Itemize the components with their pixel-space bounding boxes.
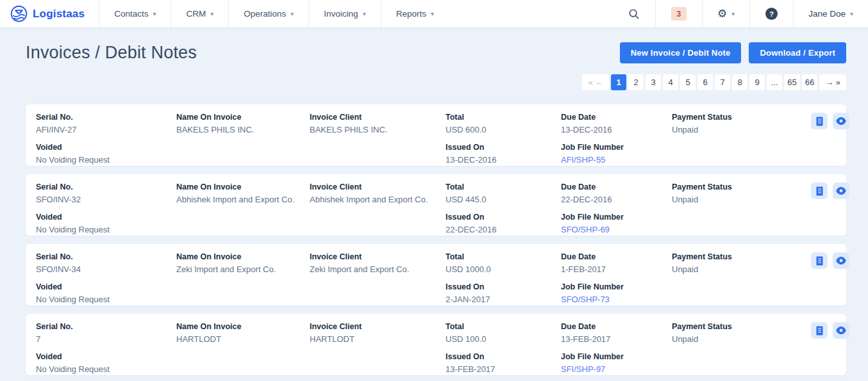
nav-item-crm[interactable]: CRM ▾	[171, 0, 228, 28]
pagination-page-8[interactable]: 8	[732, 74, 747, 90]
receipt-icon	[815, 186, 824, 196]
issued-on-value: 2-JAN-2017	[446, 295, 561, 305]
status-column: Payment Status Unpaid	[672, 182, 811, 236]
status-column: Payment Status Unpaid	[672, 113, 811, 166]
brand-name: Logistaas	[33, 8, 85, 20]
invoice-list: Serial No. AFI/INV-27 Voided No Voiding …	[26, 104, 846, 375]
pagination-page-9[interactable]: 9	[749, 74, 765, 90]
search-button[interactable]	[612, 0, 655, 28]
name-column: Name On Invoice BAKELS PHILS INC.	[176, 113, 310, 166]
card-actions	[811, 252, 849, 305]
issued-on-label: Issued On	[446, 143, 561, 152]
name-on-invoice-value: Zeki Import and Export Co.	[176, 264, 310, 275]
new-invoice-button[interactable]: New Invoice / Debit Note	[620, 42, 742, 63]
pagination-page-65[interactable]: 65	[784, 74, 799, 90]
job-file-link[interactable]: AFI/SHP-55	[561, 155, 672, 165]
total-label: Total	[446, 182, 561, 192]
issued-on-value: 13-DEC-2016	[446, 155, 561, 165]
chevron-down-icon: ▾	[431, 11, 434, 17]
issued-on-label: Issued On	[446, 282, 561, 292]
pagination-ellipsis[interactable]: ...	[767, 74, 782, 90]
job-file-link[interactable]: SFO/SHP-73	[561, 295, 672, 305]
invoice-card: Serial No. SFO/INV-32 Voided No Voiding …	[26, 174, 846, 236]
receipt-icon	[815, 256, 824, 266]
eye-icon	[836, 187, 846, 195]
serial-label: Serial No.	[36, 252, 176, 262]
user-name: Jane Doe	[808, 9, 846, 19]
serial-value: AFI/INV-27	[36, 125, 176, 135]
invoice-client-label: Invoice Client	[310, 113, 446, 122]
client-column: Invoice Client Zeki Import and Export Co…	[310, 252, 446, 305]
pagination-page-2[interactable]: 2	[628, 74, 644, 90]
serial-column: Serial No. SFO/INV-34 Voided No Voiding …	[36, 252, 176, 305]
pagination-prev[interactable]: « ←	[582, 74, 609, 90]
nav-item-label: CRM	[186, 9, 206, 19]
receipt-button[interactable]	[811, 113, 828, 129]
page-content: Invoices / Debit Notes New Invoice / Deb…	[0, 42, 868, 375]
divider	[655, 0, 656, 28]
receipt-button[interactable]	[811, 322, 828, 339]
receipt-icon	[815, 117, 824, 126]
name-on-invoice-label: Name On Invoice	[176, 252, 310, 262]
total-column: Total USD 100.0 Issued On 13-FEB-2017	[446, 322, 561, 375]
nav-item-contacts[interactable]: Contacts ▾	[99, 0, 171, 28]
due-date-label: Due Date	[561, 113, 672, 122]
pagination-page-66[interactable]: 66	[802, 74, 817, 90]
search-icon	[628, 8, 640, 20]
gear-icon: ⚙	[717, 8, 727, 19]
voided-value: No Voiding Request	[36, 295, 176, 305]
pagination-page-7[interactable]: 7	[715, 74, 730, 90]
pagination-page-4[interactable]: 4	[663, 74, 678, 90]
page-header: Invoices / Debit Notes New Invoice / Deb…	[26, 42, 846, 63]
card-actions	[811, 182, 849, 236]
chevron-down-icon: ▾	[210, 11, 213, 17]
status-column: Payment Status Unpaid	[672, 322, 811, 375]
due-column: Due Date 1-FEB-2017 Job File Number SFO/…	[561, 252, 672, 305]
voided-label: Voided	[36, 352, 176, 362]
brand-logo[interactable]: Logistaas	[0, 0, 99, 28]
view-button[interactable]	[833, 252, 849, 269]
logistaas-logo-icon	[10, 5, 28, 22]
serial-label: Serial No.	[36, 322, 176, 332]
nav-item-reports[interactable]: Reports ▾	[381, 0, 449, 28]
serial-field: Serial No. AFI/INV-27	[36, 113, 176, 135]
pagination-page-1[interactable]: 1	[611, 74, 626, 90]
settings-menu[interactable]: ⚙ ▾	[703, 0, 749, 28]
header-actions: New Invoice / Debit Note Download / Expo…	[620, 42, 846, 63]
issued-on-label: Issued On	[446, 213, 561, 222]
view-button[interactable]	[833, 322, 849, 339]
pagination-page-5[interactable]: 5	[680, 74, 696, 90]
nav-item-invoicing[interactable]: Invoicing ▾	[309, 0, 380, 28]
help-button[interactable]: ?	[765, 8, 778, 20]
total-label: Total	[446, 113, 561, 122]
pagination-page-6[interactable]: 6	[697, 74, 713, 90]
serial-value: SFO/INV-34	[36, 264, 176, 275]
pagination-next[interactable]: → »	[819, 74, 846, 90]
user-menu[interactable]: Jane Doe ▾	[794, 0, 868, 28]
view-button[interactable]	[833, 113, 849, 129]
receipt-button[interactable]	[811, 252, 828, 269]
name-on-invoice-value: BAKELS PHILS INC.	[176, 125, 310, 135]
due-date-value: 22-DEC-2016	[561, 195, 672, 205]
nav-item-label: Contacts	[114, 9, 148, 19]
invoice-client-label: Invoice Client	[310, 322, 446, 332]
due-date-label: Due Date	[561, 182, 672, 192]
due-column: Due Date 13-FEB-2017 Job File Number SFI…	[561, 322, 672, 375]
pagination-page-3[interactable]: 3	[646, 74, 661, 90]
view-button[interactable]	[833, 182, 849, 199]
receipt-button[interactable]	[811, 182, 828, 199]
notification-badge[interactable]: 3	[671, 7, 687, 20]
navbar-right: 3 ⚙ ▾ ? Jane Doe ▾	[612, 0, 868, 28]
download-export-button[interactable]: Download / Export	[749, 42, 846, 63]
payment-status-value: Unpaid	[672, 264, 811, 275]
job-file-link[interactable]: SFO/SHP-69	[561, 225, 672, 235]
payment-status-value: Unpaid	[672, 334, 811, 345]
job-file-link[interactable]: SFI/SHP-97	[561, 364, 672, 375]
serial-value: 7	[36, 334, 176, 345]
total-column: Total USD 445.0 Issued On 22-DEC-2016	[446, 182, 561, 236]
chevron-down-icon: ▾	[290, 11, 294, 17]
nav-item-operations[interactable]: Operations ▾	[229, 0, 308, 28]
due-date-value: 13-FEB-2017	[561, 334, 672, 345]
card-actions	[811, 322, 849, 375]
due-column: Due Date 22-DEC-2016 Job File Number SFO…	[561, 182, 672, 236]
